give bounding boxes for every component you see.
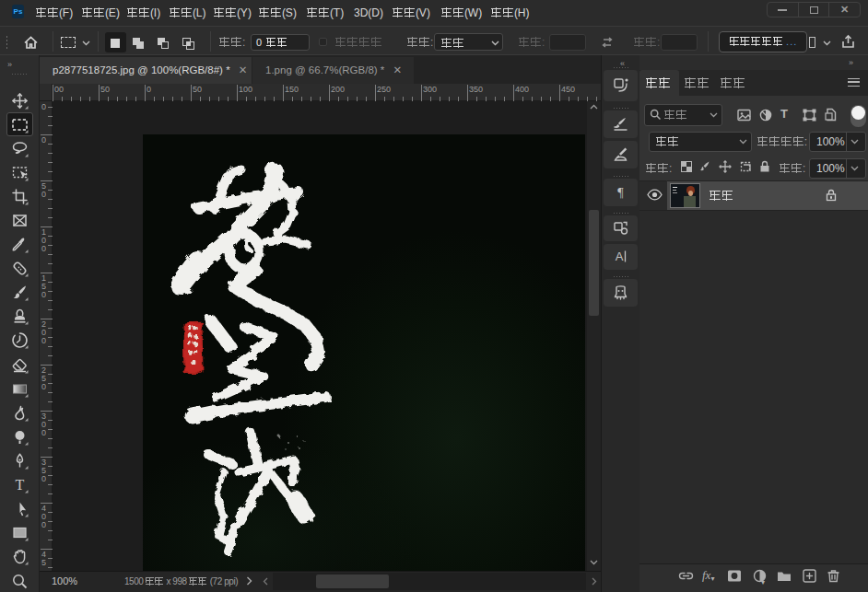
svg-text:T: T [16, 477, 25, 493]
svg-text:¶: ¶ [617, 186, 624, 200]
svg-text:A: A [616, 250, 624, 263]
